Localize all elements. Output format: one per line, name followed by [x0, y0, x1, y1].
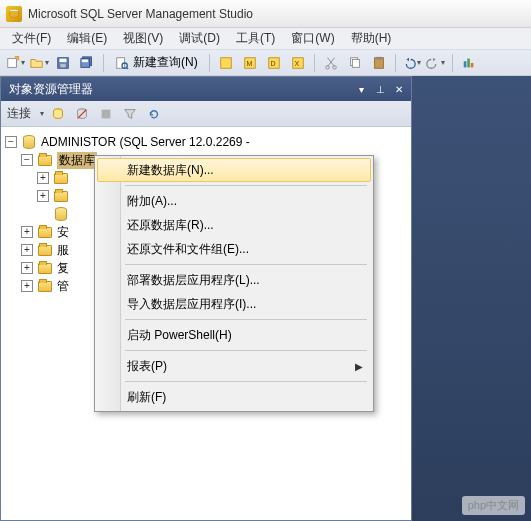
collapse-icon[interactable]: −: [5, 136, 17, 148]
tree-databases-label: 数据库: [57, 152, 97, 169]
toolbar-cut-icon[interactable]: [320, 52, 342, 74]
toolbar-save-icon[interactable]: [52, 52, 74, 74]
toolbar-separator: [452, 54, 453, 72]
tree-management-label: 管: [57, 278, 69, 295]
svg-rect-24: [463, 61, 466, 67]
toolbar-undo-icon[interactable]: ▾: [401, 52, 423, 74]
menu-file[interactable]: 文件(F): [4, 28, 59, 49]
expand-icon[interactable]: +: [37, 190, 49, 202]
expand-icon[interactable]: +: [21, 244, 33, 256]
toolbar-copy-icon[interactable]: [344, 52, 366, 74]
connect-label[interactable]: 连接: [7, 105, 31, 122]
expand-icon[interactable]: +: [37, 172, 49, 184]
panel-pin-icon[interactable]: ⊥: [372, 81, 388, 97]
expand-icon[interactable]: +: [21, 262, 33, 274]
panel-close-icon[interactable]: ✕: [391, 81, 407, 97]
expand-icon[interactable]: +: [21, 226, 33, 238]
menu-tools[interactable]: 工具(T): [228, 28, 283, 49]
tree-server-label: ADMINISTOR (SQL Server 12.0.2269 -: [41, 135, 250, 149]
server-icon: [21, 134, 37, 150]
cm-new-database-label: 新建数据库(N)...: [127, 162, 214, 179]
menu-window[interactable]: 窗口(W): [283, 28, 342, 49]
cm-reports-label: 报表(P): [127, 358, 167, 375]
toolbar-saveall-icon[interactable]: [76, 52, 98, 74]
toolbar-redo-icon[interactable]: ▾: [425, 52, 447, 74]
context-menu-separator: [125, 319, 367, 320]
panel-title: 对象资源管理器: [9, 81, 93, 98]
cm-powershell-label: 启动 PowerShell(H): [127, 327, 232, 344]
toolbar-separator: [314, 54, 315, 72]
svg-rect-4: [60, 63, 65, 67]
filter-icon[interactable]: [120, 104, 140, 124]
svg-rect-7: [82, 59, 88, 62]
svg-text:D: D: [270, 59, 275, 66]
folder-icon: [37, 260, 53, 276]
titlebar: Microsoft SQL Server Management Studio: [0, 0, 531, 28]
svg-rect-23: [376, 56, 381, 59]
toolbar-new-query[interactable]: 新建查询(N): [109, 52, 204, 73]
toolbar-open-icon[interactable]: ▾: [28, 52, 50, 74]
context-menu-separator: [125, 381, 367, 382]
toolbar-xmla-icon[interactable]: X: [287, 52, 309, 74]
cm-attach-label: 附加(A)...: [127, 193, 177, 210]
toolbar-new-project-icon[interactable]: ▾: [4, 52, 26, 74]
folder-icon: [53, 188, 69, 204]
disconnect-icon[interactable]: [72, 104, 92, 124]
cm-deploy-dtac[interactable]: 部署数据层应用程序(L)...: [97, 268, 371, 292]
tree-server-node[interactable]: − ADMINISTOR (SQL Server 12.0.2269 -: [5, 133, 407, 151]
stop-icon[interactable]: [96, 104, 116, 124]
cm-attach[interactable]: 附加(A)...: [97, 189, 371, 213]
cm-powershell[interactable]: 启动 PowerShell(H): [97, 323, 371, 347]
toolbar-analysis-icon[interactable]: M: [239, 52, 261, 74]
toolbar-separator: [395, 54, 396, 72]
folder-icon: [37, 152, 53, 168]
context-menu-separator: [125, 264, 367, 265]
menubar: 文件(F) 编辑(E) 视图(V) 调试(D) 工具(T) 窗口(W) 帮助(H…: [0, 28, 531, 50]
folder-icon: [37, 224, 53, 240]
menu-debug[interactable]: 调试(D): [171, 28, 228, 49]
submenu-arrow-icon: ▶: [355, 361, 363, 372]
svg-rect-30: [102, 109, 111, 118]
toolbar-separator: [209, 54, 210, 72]
database-icon: [53, 206, 69, 222]
cm-restore-database[interactable]: 还原数据库(R)...: [97, 213, 371, 237]
cm-new-database[interactable]: 新建数据库(N)...: [97, 158, 371, 182]
cm-import-dtac[interactable]: 导入数据层应用程序(I)...: [97, 292, 371, 316]
watermark: php中文网: [462, 496, 525, 515]
panel-header: 对象资源管理器 ▾ ⊥ ✕: [1, 77, 411, 101]
app-icon: [6, 6, 22, 22]
context-menu-separator: [125, 185, 367, 186]
toolbar-paste-icon[interactable]: [368, 52, 390, 74]
svg-rect-21: [352, 59, 359, 67]
cm-restore-files[interactable]: 还原文件和文件组(E)...: [97, 237, 371, 261]
toolbar: ▾ ▾ 新建查询(N) M D X ▾ ▾: [0, 50, 531, 76]
svg-text:X: X: [294, 59, 299, 66]
cm-restore-files-label: 还原文件和文件组(E)...: [127, 241, 249, 258]
connect-dropdown-icon[interactable]: ▾: [40, 109, 44, 118]
toolbar-dmx-icon[interactable]: D: [263, 52, 285, 74]
toolbar-separator: [103, 54, 104, 72]
menu-edit[interactable]: 编辑(E): [59, 28, 115, 49]
menu-view[interactable]: 视图(V): [115, 28, 171, 49]
menu-help[interactable]: 帮助(H): [343, 28, 400, 49]
svg-rect-25: [467, 58, 470, 67]
refresh-icon[interactable]: [144, 104, 164, 124]
toolbar-new-query-label: 新建查询(N): [133, 54, 198, 71]
toolbar-activity-icon[interactable]: [458, 52, 480, 74]
panel-dropdown-icon[interactable]: ▾: [353, 81, 369, 97]
context-menu: 新建数据库(N)... 附加(A)... 还原数据库(R)... 还原文件和文件…: [94, 155, 374, 412]
svg-text:M: M: [246, 59, 252, 66]
expand-icon[interactable]: +: [21, 280, 33, 292]
cm-import-dtac-label: 导入数据层应用程序(I)...: [127, 296, 256, 313]
toolbar-db-engine-icon[interactable]: [215, 52, 237, 74]
cm-refresh[interactable]: 刷新(F): [97, 385, 371, 409]
folder-icon: [37, 278, 53, 294]
cm-reports[interactable]: 报表(P)▶: [97, 354, 371, 378]
app-title: Microsoft SQL Server Management Studio: [28, 7, 253, 21]
folder-icon: [37, 242, 53, 258]
connect-server-icon[interactable]: [48, 104, 68, 124]
svg-rect-3: [60, 58, 67, 62]
collapse-icon[interactable]: −: [21, 154, 33, 166]
no-expand: [37, 208, 49, 220]
new-query-icon: [115, 56, 129, 70]
